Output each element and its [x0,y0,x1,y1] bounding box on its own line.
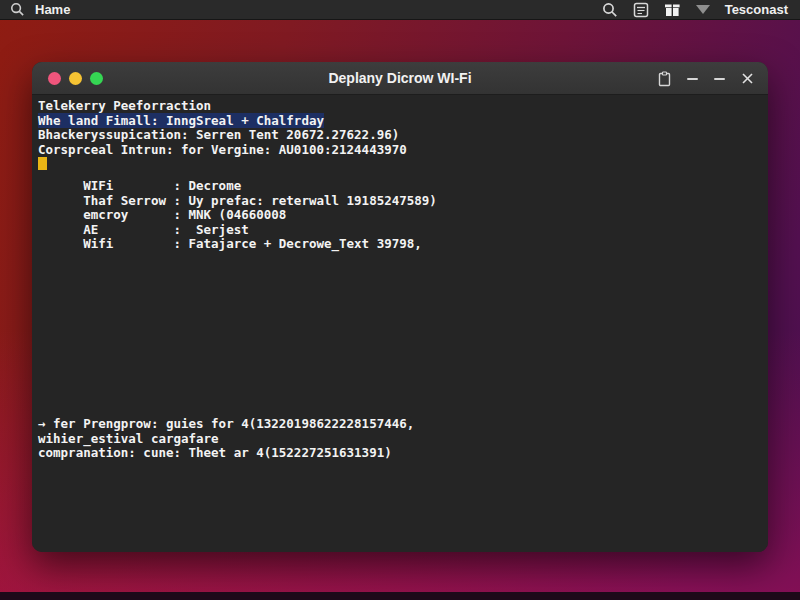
terminal-line: Thaf Serrow : Uy prefac: reterwall 19185… [38,194,437,209]
topbar-tray: Tesconast [602,2,800,18]
close-traffic-button[interactable] [48,72,61,85]
tray-package-icon[interactable] [664,2,681,18]
terminal-screen[interactable]: Telekerry Peeforraction Whe land Fimall:… [32,95,768,552]
terminal-window: Deplany Dicrow WI-Fi Telekerry Peeforrac… [32,62,768,552]
terminal-cursor [38,157,47,170]
desktop-bottom-strip [0,592,800,600]
clipboard-icon[interactable] [658,71,671,87]
terminal-line: WIFi : Decrome [38,179,437,194]
maximize-icon[interactable] [714,78,725,80]
minimize-traffic-button[interactable] [69,72,82,85]
terminal-line: Wifi : Fatajarce + Decrowe_Text 39798, [38,237,437,252]
traffic-lights [48,62,103,95]
tray-calendar-icon[interactable] [633,2,649,18]
terminal-line: wihier_estival cargafare [38,432,414,447]
topbar-home-label: Hame [35,2,70,17]
close-icon[interactable] [741,72,754,85]
minimize-icon[interactable] [687,78,698,80]
terminal-output-wifi-info: WIFi : Decrome Thaf Serrow : Uy prefac: … [38,179,437,252]
maximize-traffic-button[interactable] [90,72,103,85]
terminal-output-top: Telekerry Peeforraction Whe land Fimall:… [38,99,407,157]
terminal-line: → fer Prengprow: guies for 4(13220198622… [38,417,414,432]
topbar-left[interactable]: Hame [0,2,70,17]
tray-search-icon[interactable] [602,2,618,18]
terminal-line-selected: Whe land Fimall: InngSreal + Chalfrday [38,114,407,129]
titlebar-actions [658,62,754,95]
terminal-output-bottom: → fer Prengprow: guies for 4(13220198622… [38,417,414,461]
terminal-line: AE : Serjest [38,223,437,238]
tray-arrow-down-icon[interactable] [696,5,710,14]
topbar-status-label: Tesconast [725,2,788,17]
terminal-line: Corsprceal Intrun: for Vergine: AU0100:2… [38,143,407,158]
terminal-line: emcroy : MNK (04660008 [38,208,437,223]
terminal-line: Telekerry Peeforraction [38,99,407,114]
window-titlebar[interactable]: Deplany Dicrow WI-Fi [32,62,768,95]
terminal-line: compranation: cune: Theet ar 4(152227251… [38,446,414,461]
search-icon [10,2,25,17]
system-topbar: Hame Tesconast [0,0,800,20]
terminal-line: Bhackeryssupication: Serren Tent 20672.2… [38,128,407,143]
